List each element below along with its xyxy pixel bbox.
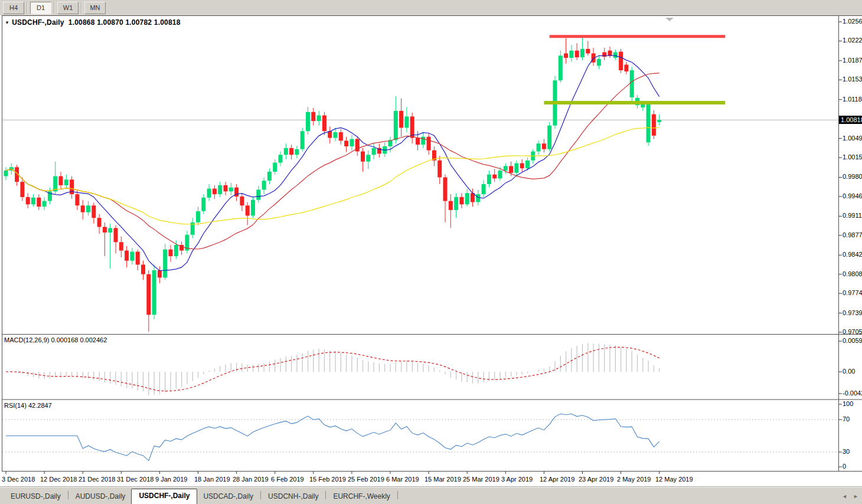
date-axis-label: 15 Feb 2019	[309, 476, 346, 483]
candle-body	[520, 163, 524, 169]
candle-body	[525, 161, 530, 168]
candle-body	[597, 59, 601, 66]
chart-tab-audusd[interactable]: AUDUSD-,Daily	[70, 490, 132, 504]
candle-body	[169, 250, 173, 256]
ma-mid-line	[6, 73, 659, 249]
chart-tab-usdcnh[interactable]: USDCNH-,Daily	[262, 490, 324, 504]
macd-axis-label: 0.00597	[843, 337, 862, 344]
candle-body	[114, 228, 118, 242]
candle-body	[509, 166, 513, 172]
candle-body	[92, 205, 96, 218]
price-axis-label: 1.02220	[843, 37, 862, 44]
tab-scroll-left-icon[interactable]: ◄	[842, 493, 847, 499]
candle-body	[427, 137, 431, 150]
chart-tab-eurusd[interactable]: EURUSD-,Daily	[5, 490, 67, 504]
candle-body	[31, 198, 35, 204]
date-axis-label: 23 Apr 2019	[579, 476, 613, 483]
chart-tab-usdchf[interactable]: USDCHF-,Daily	[131, 489, 197, 504]
date-axis-label: 25 Mar 2019	[463, 476, 499, 483]
price-axis-label: 0.97050	[843, 328, 862, 335]
candle-body	[646, 104, 651, 142]
tab-separator	[260, 491, 261, 499]
macd-values: 0.000168 0.002462	[51, 336, 107, 343]
candle-body	[201, 198, 205, 211]
candle-body	[158, 270, 162, 277]
price-axis-label: 0.97740	[843, 289, 862, 296]
candlesticks	[4, 37, 662, 332]
price-axis-label: 0.99460	[843, 192, 862, 199]
candle-body	[81, 205, 85, 212]
candle-body	[43, 201, 47, 207]
candle-body	[492, 175, 497, 179]
candle-body	[301, 131, 305, 149]
tab-separator	[68, 491, 68, 499]
price-axis-label: 1.02560	[843, 18, 862, 25]
price-axis-label: 1.01180	[843, 96, 862, 103]
price-axis-label: 1.00490	[843, 135, 862, 142]
candle-body	[443, 177, 448, 201]
chart-tab-usdcad[interactable]: USDCAD-,Daily	[197, 490, 259, 504]
tab-scroll-right-icon[interactable]: ►	[853, 493, 858, 499]
rsi-axis-label: 30	[843, 448, 850, 455]
rsi-name: RSI(14)	[4, 402, 27, 409]
chart-tab-bar: EURUSD-,DailyAUDUSD-,DailyUSDCHF-,DailyU…	[0, 487, 862, 504]
price-axis-label: 1.00150	[843, 153, 862, 161]
chart-collapse-icon[interactable]: ▼	[5, 20, 9, 25]
candle-body	[608, 51, 612, 56]
candle-body	[75, 194, 79, 205]
candle-body	[613, 53, 618, 58]
candle-body	[476, 194, 480, 202]
candle-body	[213, 189, 217, 195]
candle-body	[559, 55, 563, 80]
chart-canvas[interactable]	[0, 0, 862, 504]
candle-body	[295, 149, 299, 155]
candle-body	[339, 132, 343, 140]
price-axis-label: 0.97390	[843, 309, 862, 316]
candle-body	[267, 172, 272, 181]
price-axis-label: 0.98080	[843, 270, 862, 277]
candle-body	[119, 242, 123, 250]
chart-tab-eurchf[interactable]: EURCHF-,Weekly	[327, 490, 396, 504]
candle-body	[410, 116, 414, 138]
candle-body	[279, 155, 283, 162]
macd-histogram	[6, 343, 659, 395]
candle-body	[136, 251, 140, 264]
current-price-value: 1.00818	[841, 116, 862, 123]
candle-body	[569, 51, 573, 58]
candle-body	[256, 189, 260, 199]
candle-body	[361, 152, 365, 162]
candle-body	[207, 189, 211, 198]
date-axis-label: 12 Dec 2018	[40, 476, 77, 483]
price-axis-label: 0.98420	[843, 251, 862, 258]
candle-body	[449, 201, 453, 210]
candle-body	[372, 148, 376, 155]
date-axis-label: 3 Apr 2019	[501, 476, 533, 483]
candle-body	[580, 49, 585, 57]
macd-indicator-label: MACD(12,26,9) 0.000168 0.002462	[4, 336, 107, 343]
candle-body	[20, 182, 24, 197]
date-axis-label: 21 Dec 2018	[79, 476, 115, 483]
chart-shift-marker-icon[interactable]	[665, 18, 674, 21]
candle-body	[273, 163, 277, 172]
candle-body	[547, 126, 551, 149]
date-axis-label: 2 May 2019	[617, 476, 651, 483]
rsi-value: 42.2847	[28, 402, 52, 409]
candle-body	[246, 205, 250, 215]
candle-body	[334, 132, 338, 138]
candle-body	[130, 251, 134, 260]
candle-body	[251, 200, 255, 216]
candle-body	[317, 115, 321, 121]
ma-slow-line	[6, 127, 659, 224]
candle-body	[224, 185, 228, 192]
candle-body	[542, 143, 546, 149]
date-axis-label: 3 Dec 2018	[2, 476, 35, 483]
candle-body	[322, 115, 326, 131]
candle-body	[59, 176, 63, 185]
candle-body	[514, 163, 518, 173]
chart-symbol-label: USDCHF-,Daily	[12, 18, 64, 27]
candle-body	[454, 197, 458, 210]
candle-body	[657, 120, 661, 122]
macd-axis-label: 0.00	[843, 368, 855, 375]
candle-body	[487, 175, 491, 184]
price-axis-label: 1.01530	[843, 76, 862, 83]
